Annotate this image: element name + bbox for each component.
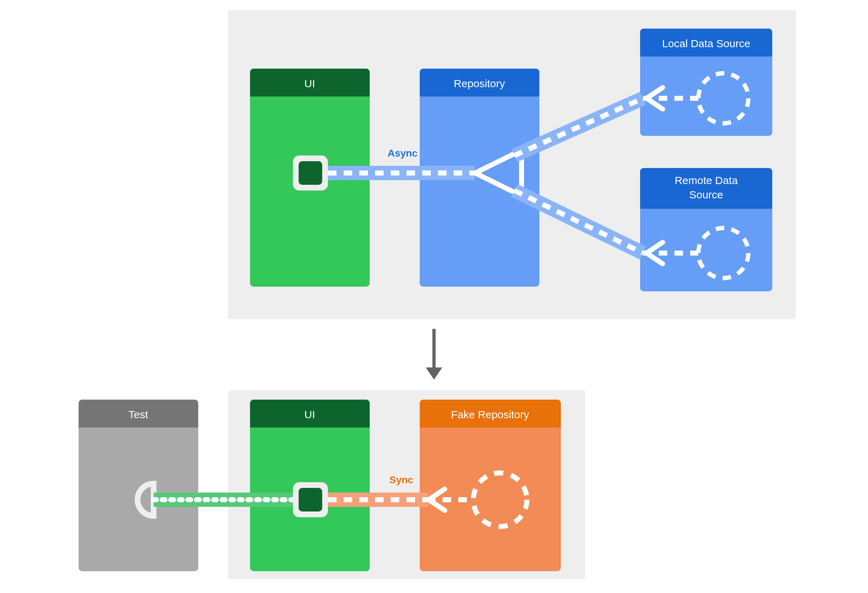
diagram-svg: UI Repository Local Data Source Remote D… <box>0 0 868 593</box>
svg-rect-26 <box>78 424 198 427</box>
svg-rect-29 <box>250 424 370 427</box>
local-data-source-box: Local Data Source <box>640 29 772 136</box>
repository-box-label: Repository <box>454 78 505 89</box>
ui-port-top <box>293 155 328 191</box>
ui-box-bottom-label: UI <box>304 408 315 420</box>
svg-rect-2 <box>250 93 370 96</box>
remote-data-source-label-2: Source <box>689 189 723 201</box>
test-box-label: Test <box>128 408 148 420</box>
remote-data-source-label-1: Remote Data <box>675 174 738 186</box>
test-box: Test <box>78 399 198 571</box>
bottom-panel: Test UI Fake Repository <box>78 390 585 579</box>
svg-rect-5 <box>420 93 539 96</box>
svg-rect-36 <box>420 424 561 427</box>
ui-box-top-label: UI <box>304 78 315 89</box>
svg-rect-14 <box>299 161 322 185</box>
ui-port-bottom <box>293 482 328 517</box>
diagram-canvas: UI Repository Local Data Source Remote D… <box>0 0 868 593</box>
top-panel: UI Repository Local Data Source Remote D… <box>0 0 796 319</box>
local-data-source-label: Local Data Source <box>662 37 750 49</box>
svg-rect-33 <box>299 488 322 512</box>
svg-rect-11 <box>640 204 772 209</box>
fake-repository-box: Fake Repository <box>420 399 561 571</box>
async-label: Async <box>388 148 418 159</box>
sync-label: Sync <box>389 474 413 485</box>
transition-arrow <box>426 329 442 380</box>
svg-rect-8 <box>640 53 772 56</box>
fake-repository-label: Fake Repository <box>451 408 529 420</box>
